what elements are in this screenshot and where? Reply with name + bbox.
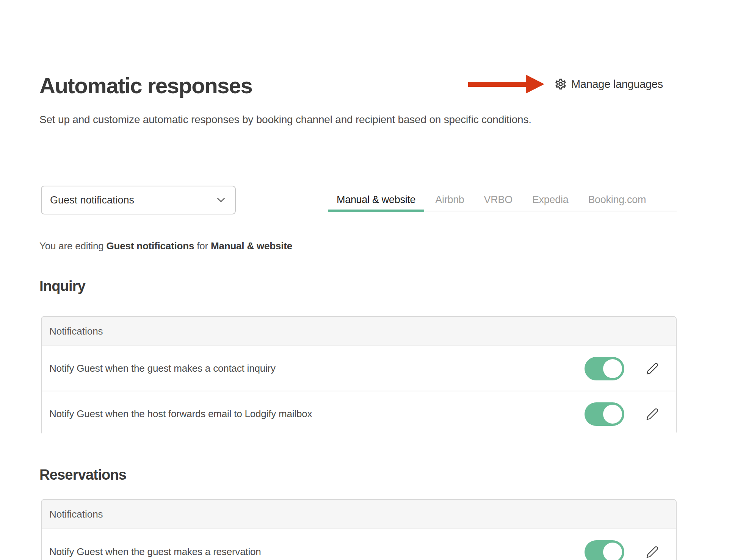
- toggle-knob: [603, 359, 622, 378]
- notification-toggle[interactable]: [585, 357, 624, 380]
- tab-vrbo[interactable]: VRBO: [475, 189, 521, 211]
- manage-languages-label: Manage languages: [571, 78, 663, 91]
- section-heading-inquiry: Inquiry: [39, 278, 85, 294]
- notification-type-dropdown[interactable]: Guest notifications: [41, 186, 236, 214]
- gear-icon: [554, 78, 567, 91]
- editing-note-connector: for: [194, 240, 211, 252]
- toggle-knob: [603, 405, 622, 424]
- toggle-knob: [603, 543, 622, 560]
- chevron-down-icon: [217, 197, 225, 203]
- notification-toggle[interactable]: [585, 540, 624, 560]
- dropdown-selected-value: Guest notifications: [50, 194, 134, 206]
- card-header: Notifications: [42, 317, 676, 346]
- page-title: Automatic responses: [39, 73, 252, 98]
- card-header: Notifications: [42, 500, 676, 529]
- inquiry-notifications-card: Notifications Notify Guest when the gues…: [41, 316, 677, 435]
- edit-button[interactable]: [644, 544, 661, 560]
- page-subtitle: Set up and customize automatic responses…: [39, 114, 531, 126]
- edit-button[interactable]: [644, 406, 661, 422]
- reservations-notifications-card: Notifications Notify Guest when the gues…: [41, 499, 677, 560]
- manage-languages-link[interactable]: Manage languages: [554, 76, 663, 92]
- notification-row: Notify Guest when the guest makes a rese…: [42, 529, 676, 560]
- editing-note-channel: Manual & website: [211, 240, 292, 252]
- notification-row-label: Notify Guest when the guest makes a cont…: [49, 363, 585, 374]
- pencil-icon: [646, 408, 659, 421]
- notification-row-label: Notify Guest when the guest makes a rese…: [49, 546, 585, 558]
- notification-toggle[interactable]: [585, 402, 624, 426]
- channel-tabs: Manual & website Airbnb VRBO Expedia Boo…: [328, 189, 677, 211]
- notification-row-label: Notify Guest when the host forwards emai…: [49, 408, 585, 420]
- tab-expedia[interactable]: Expedia: [523, 189, 577, 211]
- notification-row: Notify Guest when the host forwards emai…: [42, 391, 676, 436]
- red-arrow-icon: [468, 74, 545, 94]
- notification-row: Notify Guest when the guest makes a cont…: [42, 346, 676, 391]
- tab-booking-com[interactable]: Booking.com: [579, 189, 655, 211]
- tab-airbnb[interactable]: Airbnb: [426, 189, 473, 211]
- editing-note-prefix: You are editing: [39, 240, 107, 252]
- editing-note: You are editing Guest notifications for …: [39, 240, 292, 252]
- pencil-icon: [646, 546, 659, 558]
- section-heading-reservations: Reservations: [39, 467, 126, 483]
- editing-note-subject: Guest notifications: [107, 240, 194, 252]
- edit-button[interactable]: [644, 360, 661, 377]
- tab-manual-website[interactable]: Manual & website: [328, 189, 424, 211]
- pencil-icon: [646, 362, 659, 375]
